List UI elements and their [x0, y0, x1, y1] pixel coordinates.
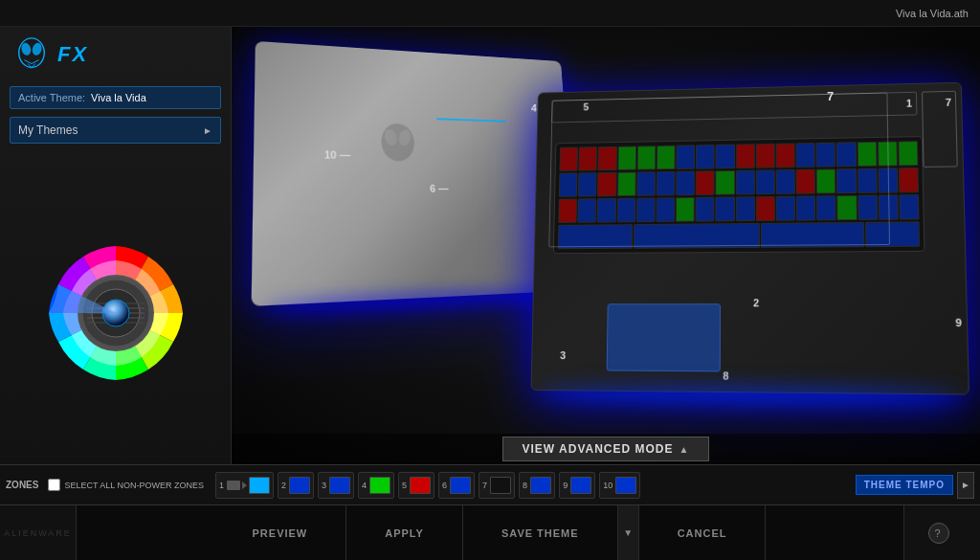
zone-num-8: 8: [523, 481, 527, 490]
bottom-left-logo: ALIENWARE: [0, 505, 77, 560]
zone-color-3[interactable]: [329, 477, 350, 494]
zone-color-10[interactable]: [615, 477, 636, 494]
select-all-row: SELECT ALL NON-POWER ZONES: [48, 479, 204, 491]
color-wheel-svg[interactable]: [34, 232, 197, 394]
preview-button[interactable]: PREVIEW: [214, 505, 347, 561]
zone-num-1: 1: [219, 481, 224, 490]
touchpad: [607, 303, 721, 371]
zone-num-8: 8: [723, 370, 728, 381]
color-wheel-area[interactable]: [0, 147, 231, 478]
zone-num-4: 4: [531, 102, 537, 113]
zone-item-8[interactable]: 8: [519, 472, 555, 499]
zone-num-10: 10: [603, 481, 612, 490]
select-all-label: SELECT ALL NON-POWER ZONES: [64, 481, 204, 490]
laptop-lid: 10 — 6 —: [252, 41, 579, 306]
zone-color-9[interactable]: [570, 477, 591, 494]
cancel-button[interactable]: CANCEL: [639, 505, 767, 561]
active-theme-row[interactable]: Active Theme: Viva la Vida: [10, 86, 221, 109]
laptop-open: 5 4 1 7 9 2 3 8: [530, 82, 969, 395]
zone-num-9: 9: [563, 481, 568, 490]
zone-item-5[interactable]: 5: [398, 472, 434, 499]
theme-tempo-button[interactable]: THEME TEMPO: [856, 475, 953, 495]
zone-item-2[interactable]: 2: [278, 472, 314, 499]
app-name: FX: [57, 42, 88, 67]
chevron-right-icon: ►: [203, 125, 212, 136]
main-content: 10 — 6 —: [232, 27, 980, 464]
zone-float-7: 7: [827, 89, 834, 103]
alien-logo: [13, 36, 50, 73]
svg-point-0: [19, 38, 45, 67]
select-all-checkbox[interactable]: [48, 479, 60, 491]
zones-label: ZONES: [6, 480, 38, 490]
zone-color-5[interactable]: [410, 477, 431, 494]
top-bar: Viva la Vida.ath: [0, 0, 980, 27]
zone-icon-1: [227, 481, 240, 490]
advanced-mode-button[interactable]: VIEW ADVANCED MODE ▲: [502, 437, 710, 461]
zone-label-6: 6 —: [430, 183, 449, 194]
zone-num-3: 3: [560, 349, 566, 361]
active-theme-label: Active Theme:: [18, 92, 85, 103]
zone-outline-right: [922, 91, 958, 168]
zone-num-6: 6: [442, 481, 447, 490]
zone-item-3[interactable]: 3: [318, 472, 354, 499]
zone-item-7[interactable]: 7: [479, 472, 515, 499]
zone-color-8[interactable]: [530, 477, 551, 494]
svg-point-16: [381, 123, 414, 161]
zone-num-5: 5: [402, 481, 407, 490]
zone-item-9[interactable]: 9: [559, 472, 595, 499]
zone-color-4[interactable]: [369, 477, 390, 494]
zone-num-7: 7: [482, 481, 487, 490]
active-theme-value: Viva la Vida: [91, 92, 146, 103]
zone-color-1[interactable]: [249, 477, 270, 494]
filename-label: Viva la Vida.ath: [896, 8, 969, 19]
save-theme-button[interactable]: SAVE THEME: [463, 505, 618, 561]
zone-num-4: 4: [362, 481, 367, 490]
color-wheel[interactable]: [34, 232, 197, 394]
left-panel: FX Active Theme: Viva la Vida My Themes …: [0, 27, 232, 504]
zone-color-6[interactable]: [450, 477, 471, 494]
zone-label-10: 10 —: [324, 149, 350, 162]
scroll-right-button[interactable]: ►: [957, 472, 974, 499]
arrow-up-icon: ▲: [679, 444, 690, 455]
zone-num-2: 2: [281, 481, 286, 490]
bottom-toolbar: ALIENWARE PREVIEW APPLY SAVE THEME ▼ CAN…: [0, 504, 980, 560]
my-themes-label: My Themes: [18, 123, 78, 137]
zone-arrow-1: [242, 482, 247, 489]
zones-bar: ZONES SELECT ALL NON-POWER ZONES 1 2 3 4…: [0, 464, 980, 504]
zone-item-6[interactable]: 6: [438, 472, 475, 499]
apply-button[interactable]: APPLY: [346, 505, 463, 561]
laptop-visualization: 10 — 6 —: [232, 27, 980, 464]
bottom-right-area: ?: [903, 505, 980, 560]
zone-num-2: 2: [753, 297, 759, 308]
zone-item-1[interactable]: 1: [215, 472, 274, 499]
zone-num-9: 9: [955, 317, 962, 328]
lid-accent-line: [436, 118, 506, 122]
help-button[interactable]: ?: [928, 523, 949, 544]
advanced-mode-bar: VIEW ADVANCED MODE ▲: [232, 434, 980, 464]
zone-num-3: 3: [322, 481, 326, 490]
save-theme-dropdown[interactable]: ▼: [618, 505, 639, 561]
logo-area: FX: [0, 27, 231, 82]
zone-color-7[interactable]: [490, 477, 511, 494]
zone-item-10[interactable]: 10: [599, 472, 640, 499]
zone-color-2[interactable]: [289, 477, 310, 494]
my-themes-dropdown[interactable]: My Themes ►: [10, 117, 221, 144]
bottom-actions: PREVIEW APPLY SAVE THEME ▼ CANCEL: [77, 505, 903, 561]
lid-alien-icon: [374, 121, 422, 168]
zone-item-4[interactable]: 4: [358, 472, 394, 499]
